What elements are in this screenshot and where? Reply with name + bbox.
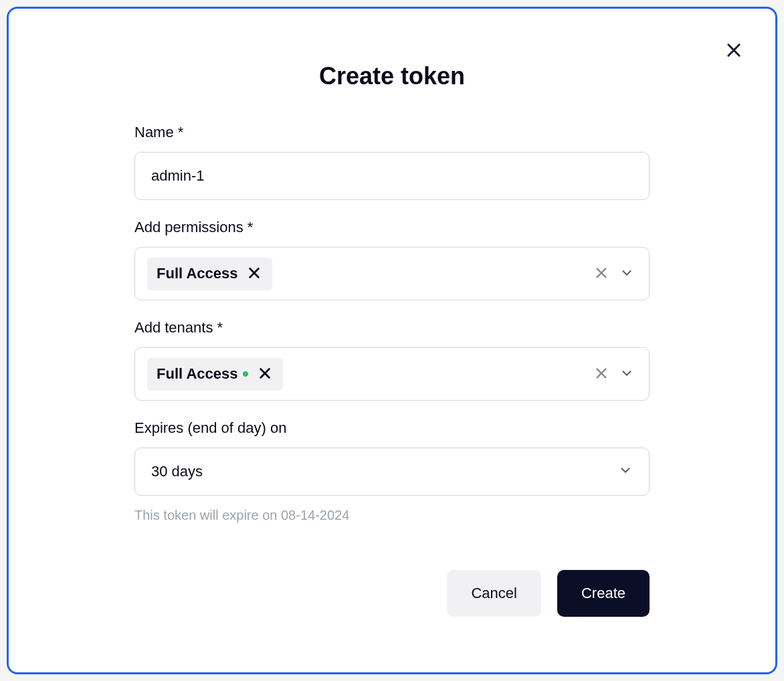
permissions-clear-button[interactable] (591, 263, 611, 285)
tenants-label: Add tenants * (134, 319, 650, 336)
close-button[interactable] (719, 35, 749, 67)
tenants-select[interactable]: Full Access (134, 347, 650, 401)
chevron-down-icon (618, 463, 633, 480)
close-icon (247, 266, 262, 282)
expires-label: Expires (end of day) on (134, 419, 650, 437)
tenants-chips: Full Access (147, 358, 591, 391)
close-icon (258, 366, 272, 383)
create-button[interactable]: Create (557, 570, 650, 617)
permission-chip-remove[interactable] (246, 264, 263, 284)
permissions-select[interactable]: Full Access (134, 247, 650, 300)
permissions-chips: Full Access (147, 258, 591, 290)
permissions-field-group: Add permissions * Full Access (134, 219, 650, 300)
form-container: Name * Add permissions * Full Access (134, 124, 650, 617)
name-label: Name * (134, 124, 650, 141)
create-token-modal: Create token Name * Add permissions * Fu… (7, 7, 777, 674)
permission-chip-label: Full Access (157, 265, 237, 282)
status-dot-icon (243, 371, 248, 377)
name-input[interactable] (134, 152, 650, 200)
permissions-controls (591, 263, 637, 285)
close-icon (594, 366, 609, 383)
modal-title: Create token (35, 62, 749, 90)
tenants-controls (591, 363, 637, 385)
permission-chip: Full Access (147, 258, 272, 290)
cancel-button[interactable]: Cancel (447, 570, 541, 617)
close-icon (594, 266, 609, 282)
expires-field-group: Expires (end of day) on 30 days This tok… (134, 419, 650, 523)
permissions-label: Add permissions * (134, 219, 650, 236)
chevron-down-icon (619, 266, 634, 282)
tenants-clear-button[interactable] (591, 363, 611, 385)
name-field-group: Name * (134, 124, 650, 200)
tenant-chip-remove[interactable] (256, 365, 274, 384)
tenants-dropdown-toggle[interactable] (617, 363, 637, 385)
button-row: Cancel Create (134, 570, 650, 617)
tenant-chip: Full Access (147, 358, 283, 391)
tenants-field-group: Add tenants * Full Access (134, 319, 650, 401)
expires-value: 30 days (151, 463, 203, 480)
close-icon (724, 52, 743, 62)
tenant-chip-text: Full Access (157, 365, 237, 383)
permissions-dropdown-toggle[interactable] (617, 263, 637, 285)
tenant-chip-label: Full Access (157, 365, 248, 383)
chevron-down-icon (619, 366, 634, 383)
expires-select[interactable]: 30 days (134, 448, 650, 496)
expires-helper-text: This token will expire on 08-14-2024 (134, 508, 650, 523)
